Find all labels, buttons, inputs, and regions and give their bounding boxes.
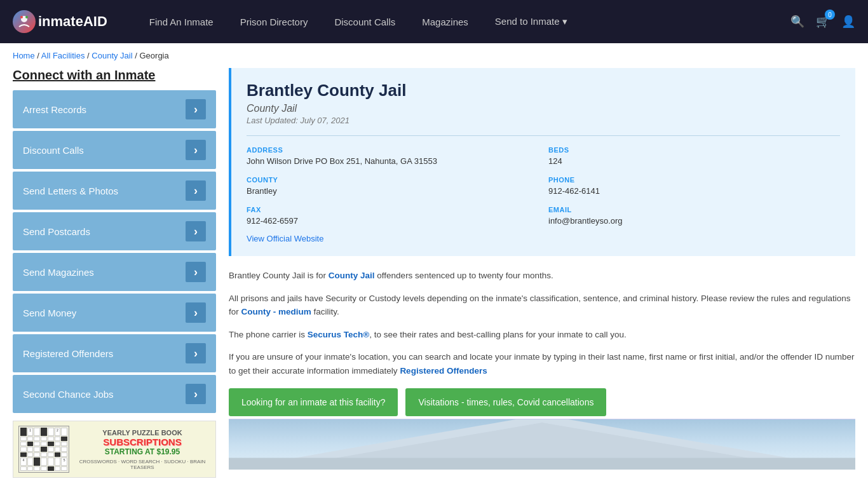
official-website-link[interactable]: View Official Website xyxy=(247,234,323,243)
search-icon[interactable]: 🔍 xyxy=(790,15,804,29)
beds-value: 124 xyxy=(548,156,840,166)
facility-name: Brantley County Jail xyxy=(247,81,840,100)
county-label: COUNTY xyxy=(247,176,538,184)
phone-label: PHONE xyxy=(548,176,840,184)
breadcrumb-all-facilities[interactable]: All Facilities xyxy=(41,51,85,60)
facility-info-grid: ADDRESS John Wilson Drive PO Box 251, Na… xyxy=(247,135,840,226)
ad-content: 12 45 YEARLY PUZZLE BOOK SUBSCRIPTIONS S… xyxy=(13,421,215,477)
ad-text: YEARLY PUZZLE BOOK SUBSCRIPTIONS STARTIN… xyxy=(74,429,210,470)
beds-label: BEDS xyxy=(548,146,840,154)
view-website: View Official Website xyxy=(247,233,840,243)
logo[interactable]: inmateAID xyxy=(13,10,107,33)
address-value: John Wilson Drive PO Box 251, Nahunta, G… xyxy=(247,156,538,166)
sidebar-title: Connect with an Inmate xyxy=(13,68,216,83)
description-p4: If you are unsure of your inmate's locat… xyxy=(229,350,855,377)
facility-image xyxy=(229,419,855,470)
sidebar-item-discount-calls[interactable]: Discount Calls › xyxy=(13,131,216,169)
sidebar-arrow-arrest-records: › xyxy=(186,99,206,119)
nav-prison-directory[interactable]: Prison Directory xyxy=(230,11,318,32)
address-label: ADDRESS xyxy=(247,146,538,154)
visitations-button[interactable]: Visitations - times, rules, Covid cancel… xyxy=(405,388,606,416)
sidebar-arrow-discount-calls: › xyxy=(186,140,206,160)
header-icons: 🔍 🛒 0 👤 xyxy=(790,15,855,29)
county-cell: COUNTY Brantley xyxy=(247,176,538,196)
sidebar-label-send-magazines: Send Magazines xyxy=(23,267,94,278)
svg-rect-5 xyxy=(229,458,855,469)
sidebar-label-arrest-records: Arrest Records xyxy=(23,104,86,115)
fax-label: FAX xyxy=(247,206,538,214)
desc-county-medium-link[interactable]: County - medium xyxy=(241,307,311,316)
desc-p1-post: offenders sentenced up to twenty four mo… xyxy=(375,271,553,280)
main-layout: Connect with an Inmate Arrest Records › … xyxy=(0,68,868,488)
action-buttons: Looking for an inmate at this facility? … xyxy=(229,388,855,416)
fax-value: 912-462-6597 xyxy=(247,216,538,226)
sidebar-label-discount-calls: Discount Calls xyxy=(23,145,84,156)
breadcrumb-state: Georgia xyxy=(139,51,168,60)
sidebar-item-send-magazines[interactable]: Send Magazines › xyxy=(13,253,216,291)
sidebar-arrow-send-postcards: › xyxy=(186,221,206,241)
sidebar-label-send-money: Send Money xyxy=(23,308,76,318)
facility-description: Brantley County Jail is for County Jail … xyxy=(229,269,855,378)
facility-card: Brantley County Jail County Jail Last Up… xyxy=(229,68,855,256)
sidebar-item-second-chance-jobs[interactable]: Second Chance Jobs › xyxy=(13,375,216,413)
main-content: Brantley County Jail County Jail Last Up… xyxy=(229,68,855,478)
sidebar-item-registered-offenders[interactable]: Registered Offenders › xyxy=(13,334,216,372)
desc-p1-pre: Brantley County Jail is for xyxy=(229,271,329,280)
sidebar-arrow-send-letters: › xyxy=(186,180,206,201)
sidebar-arrow-send-money: › xyxy=(186,302,206,323)
logo-text: inmateAID xyxy=(38,13,107,30)
cart-icon[interactable]: 🛒 0 xyxy=(816,15,830,29)
sidebar-item-send-postcards[interactable]: Send Postcards › xyxy=(13,212,216,250)
desc-p3-post: , to see their rates and best-calling pl… xyxy=(369,330,626,339)
svg-point-1 xyxy=(20,16,23,18)
breadcrumb-county-jail[interactable]: County Jail xyxy=(92,51,132,60)
desc-registered-offenders-link[interactable]: Registered Offenders xyxy=(400,366,487,376)
cart-badge: 0 xyxy=(825,10,835,20)
svg-point-2 xyxy=(25,16,28,18)
nav-send-to-inmate[interactable]: Send to Inmate ▾ xyxy=(485,11,578,32)
user-icon[interactable]: 👤 xyxy=(841,15,855,29)
facility-type: County Jail xyxy=(247,103,840,114)
sidebar-arrow-second-chance-jobs: › xyxy=(186,384,206,404)
site-header: inmateAID Find An Inmate Prison Director… xyxy=(0,0,868,43)
fax-cell: FAX 912-462-6597 xyxy=(247,206,538,226)
sidebar-label-send-letters: Send Letters & Photos xyxy=(23,186,118,196)
nav-magazines[interactable]: Magazines xyxy=(412,11,478,32)
description-p1: Brantley County Jail is for County Jail … xyxy=(229,269,855,283)
facility-last-updated: Last Updated: July 07, 2021 xyxy=(247,116,840,125)
ad-banner[interactable]: 12 45 YEARLY PUZZLE BOOK SUBSCRIPTIONS S… xyxy=(13,421,216,478)
desc-p4-text: If you are unsure of your inmate's locat… xyxy=(229,352,855,376)
beds-cell: BEDS 124 xyxy=(548,146,840,166)
sidebar: Connect with an Inmate Arrest Records › … xyxy=(13,68,216,478)
desc-county-jail-link[interactable]: County Jail xyxy=(329,271,375,280)
sidebar-label-registered-offenders: Registered Offenders xyxy=(23,348,113,359)
desc-p3-pre: The phone carrier is xyxy=(229,330,308,339)
sidebar-label-second-chance-jobs: Second Chance Jobs xyxy=(23,389,114,400)
email-cell: EMAIL info@brantleyso.org xyxy=(548,206,840,226)
desc-p2-post: facility. xyxy=(311,307,339,316)
main-nav: Find An Inmate Prison Directory Discount… xyxy=(139,11,771,32)
phone-value: 912-462-6141 xyxy=(548,186,840,196)
phone-cell: PHONE 912-462-6141 xyxy=(548,176,840,196)
logo-icon xyxy=(13,10,36,33)
sidebar-item-send-money[interactable]: Send Money › xyxy=(13,294,216,332)
breadcrumb: Home / All Facilities / County Jail / Ge… xyxy=(0,43,868,68)
sidebar-item-arrest-records[interactable]: Arrest Records › xyxy=(13,90,216,128)
sidebar-label-send-postcards: Send Postcards xyxy=(23,226,90,237)
find-inmate-button[interactable]: Looking for an inmate at this facility? xyxy=(229,388,398,416)
county-value: Brantley xyxy=(247,186,538,196)
breadcrumb-home[interactable]: Home xyxy=(13,51,35,60)
desc-securus-link[interactable]: Securus Tech® xyxy=(308,330,369,339)
email-label: EMAIL xyxy=(548,206,840,214)
nav-discount-calls[interactable]: Discount Calls xyxy=(324,11,405,32)
address-cell: ADDRESS John Wilson Drive PO Box 251, Na… xyxy=(247,146,538,166)
description-p3: The phone carrier is Securus Tech®, to s… xyxy=(229,328,855,342)
nav-find-inmate[interactable]: Find An Inmate xyxy=(139,11,224,32)
sidebar-arrow-send-magazines: › xyxy=(186,262,206,282)
email-value: info@brantleyso.org xyxy=(548,216,840,226)
description-p2: All prisons and jails have Security or C… xyxy=(229,292,855,319)
sidebar-arrow-registered-offenders: › xyxy=(186,343,206,363)
sidebar-menu: Arrest Records › Discount Calls › Send L… xyxy=(13,90,216,413)
sidebar-item-send-letters[interactable]: Send Letters & Photos › xyxy=(13,172,216,210)
